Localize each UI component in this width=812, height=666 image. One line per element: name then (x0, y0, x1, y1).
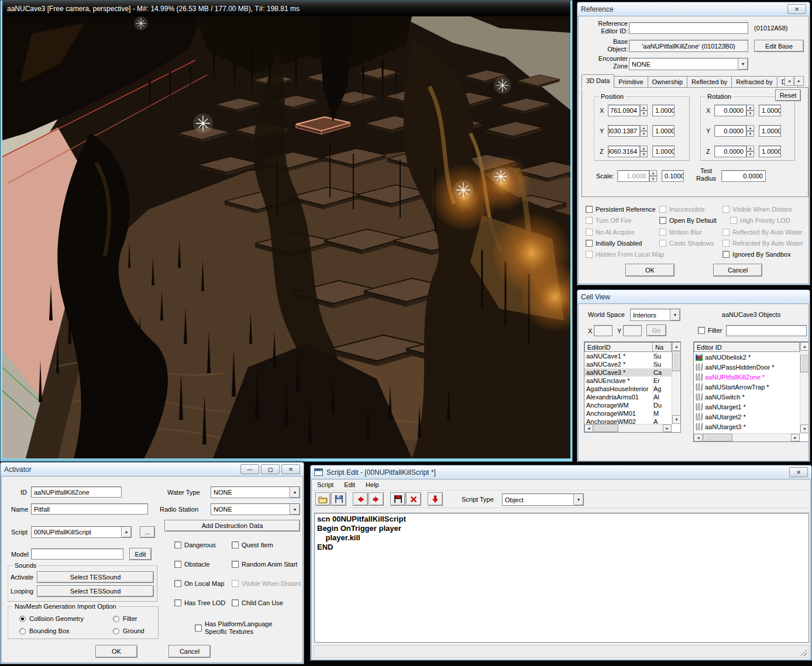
minimize-icon[interactable]: — (240, 464, 259, 474)
tab-ownership[interactable]: Ownership (648, 76, 688, 88)
edit-model-button[interactable]: Edit (129, 548, 152, 560)
cancel-button[interactable]: Cancel (713, 264, 762, 277)
prev-script-icon[interactable] (353, 492, 368, 506)
x-coord-input[interactable] (594, 325, 613, 336)
cell-row[interactable]: AlexandriaArms01Al (584, 393, 672, 401)
checkbox-ignored-by-sandbox[interactable]: Ignored By Sandbox (722, 250, 791, 258)
cell-row[interactable]: aaNUCave2 *Su (584, 360, 672, 368)
scale-mult[interactable]: 0.1000 (662, 170, 684, 182)
position-y-spinner[interactable]: ▲▼ (640, 125, 648, 137)
save-close-icon[interactable] (390, 492, 405, 506)
object-row[interactable]: aaNUObelisk2 * (694, 352, 800, 362)
looping-sound-button[interactable]: Select TESSound (37, 585, 154, 597)
cell-row-selected[interactable]: aaNUCave3 *Ca (584, 368, 672, 377)
reference-titlebar[interactable]: Reference ✕ (577, 2, 810, 16)
rotation-z-spinner[interactable]: ▲▼ (746, 146, 754, 157)
chevron-down-icon[interactable]: ▼ (573, 494, 583, 505)
filter-input[interactable] (726, 325, 807, 336)
tab-refracted-by[interactable]: Refracted by (731, 76, 777, 88)
rotation-z-mult[interactable]: 1.0000 (759, 146, 781, 157)
radio-bounding-box[interactable]: Bounding Box (19, 627, 70, 635)
checkbox-child-can-use[interactable]: Child Can Use (232, 599, 283, 607)
test-radius-input[interactable]: 0.0000 (721, 170, 766, 182)
position-y-mult[interactable]: 1.0000 (652, 125, 675, 137)
add-destruction-data-button[interactable]: Add Destruction Data (164, 520, 300, 532)
goto-icon[interactable] (428, 492, 443, 506)
script-browse-button[interactable]: ... (140, 526, 155, 538)
cancel-button[interactable]: Cancel (168, 645, 211, 658)
checkbox-obstacle[interactable]: Obstacle (174, 560, 209, 568)
checkbox-persistent-reference[interactable]: Persistent Reference (586, 205, 656, 213)
reset-button[interactable]: Reset (775, 89, 801, 101)
menu-help[interactable]: Help (360, 479, 384, 490)
script-edit-titlebar[interactable]: Script Edit - [00NUPitfallKillScript *] … (311, 465, 811, 479)
menu-script[interactable]: Script (312, 479, 339, 490)
render-viewport[interactable] (2, 16, 570, 458)
checkbox-on-local-map[interactable]: On Local Map (174, 579, 224, 588)
position-z-spinner[interactable]: ▲▼ (640, 146, 648, 157)
object-row[interactable]: aaNUSwitch * (694, 392, 800, 402)
close-icon[interactable]: ✕ (789, 467, 808, 477)
position-y-input[interactable]: 20030.1387 (608, 125, 640, 137)
name-input[interactable]: Pitfall (31, 503, 148, 515)
checkbox-has-tree-lod[interactable]: Has Tree LOD (174, 599, 225, 607)
tab-scroll-left-icon[interactable]: ◄ (785, 76, 794, 86)
selected-trigger-tile[interactable] (296, 117, 350, 134)
rotation-z-input[interactable]: 0.0000 (714, 146, 746, 157)
tab-scroll-right-icon[interactable]: ► (794, 76, 804, 86)
chevron-down-icon[interactable]: ▼ (738, 58, 748, 70)
checkbox-platform-textures[interactable]: Has Platform/Language Specific Textures (195, 620, 273, 636)
cell-row[interactable]: AnchorageWM01M (584, 409, 672, 417)
checkbox-quest-item[interactable]: Quest Item (232, 541, 273, 549)
cell-row[interactable]: AnchorageWMDu (584, 401, 672, 409)
cell-row[interactable]: AgathasHouseInteriorAg (584, 385, 672, 393)
checkbox-random-anim-start[interactable]: Random Anim Start (232, 560, 297, 568)
chevron-down-icon[interactable]: ▼ (290, 487, 300, 498)
chevron-down-icon[interactable]: ▼ (670, 309, 680, 320)
model-input[interactable] (31, 548, 123, 560)
cell-list-vscrollbar[interactable]: ▲ ▼ (672, 342, 680, 424)
scale-input[interactable]: 1.0000 (617, 170, 649, 182)
close-icon[interactable]: ✕ (787, 4, 806, 14)
delete-script-icon[interactable] (406, 492, 421, 506)
radio-filter[interactable]: Filter (113, 615, 137, 623)
world-space-combo[interactable]: Interiors ▼ (630, 309, 680, 321)
menu-edit[interactable]: Edit (339, 479, 360, 490)
rotation-x-spinner[interactable]: ▲▼ (746, 105, 754, 116)
activate-sound-button[interactable]: Select TESSound (37, 571, 154, 583)
y-coord-input[interactable] (623, 325, 642, 336)
object-row-selected[interactable]: aaNUPitfallKillZone * (694, 372, 800, 382)
cell-list[interactable]: EditorID Na aaNUCave1 *Su aaNUCave2 *Su … (584, 341, 681, 433)
script-combo[interactable]: 00NUPitfallKillScript ▼ (31, 526, 132, 538)
radio-station-combo[interactable]: NONE ▼ (211, 503, 300, 515)
ok-button[interactable]: OK (625, 264, 675, 277)
position-z-mult[interactable]: 1.0000 (652, 146, 675, 157)
tab-3d-data[interactable]: 3D Data (582, 74, 614, 88)
col-name[interactable]: Na (653, 342, 672, 352)
resize-grip[interactable] (799, 648, 807, 656)
ok-button[interactable]: OK (95, 645, 137, 658)
cell-row[interactable]: AnchorageWM02A (584, 417, 672, 424)
scale-spinner[interactable]: ▲▼ (649, 170, 657, 182)
position-x-mult[interactable]: 1.0000 (652, 105, 675, 116)
script-text-area[interactable]: scn 00NUPitfallKillScript Begin OnTrigge… (314, 513, 809, 643)
cell-row[interactable]: aaNUEnclave *Er (584, 377, 672, 385)
activator-titlebar[interactable]: Activator — ▢ ✕ (1, 463, 304, 476)
water-type-combo[interactable]: NONE ▼ (211, 486, 300, 498)
radio-ground[interactable]: Ground (113, 627, 144, 635)
script-type-combo[interactable]: Object ▼ (502, 494, 584, 506)
tab-reflected-by[interactable]: Reflected by (687, 76, 732, 88)
checkbox-dangerous[interactable]: Dangerous (174, 541, 216, 549)
reference-editor-id-input[interactable] (629, 22, 748, 34)
go-button[interactable]: Go (646, 325, 666, 336)
chevron-down-icon[interactable]: ▼ (121, 527, 131, 537)
object-row[interactable]: aaNUPassHiddenDoor * (694, 362, 800, 372)
tab-primitive[interactable]: Primitive (614, 76, 648, 88)
checkbox-initially-disabled[interactable]: Initially Disabled (586, 239, 642, 247)
rotation-x-mult[interactable]: 1.0000 (759, 105, 781, 116)
cell-row[interactable]: aaNUCave1 *Su (584, 352, 672, 360)
position-z-input[interactable]: 9060.3164 (608, 146, 640, 157)
object-row[interactable]: aaNUStartArrowTrap * (694, 382, 800, 392)
filter-checkbox[interactable]: Filter (698, 326, 722, 334)
col-editor-id[interactable]: Editor ID (694, 342, 800, 352)
